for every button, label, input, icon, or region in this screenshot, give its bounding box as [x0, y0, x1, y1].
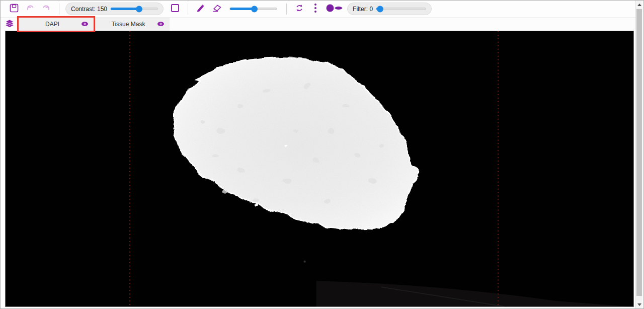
- contrast-slider-thumb[interactable]: [136, 6, 142, 12]
- rectangle-tool-icon: [170, 3, 180, 15]
- brush-size-slider[interactable]: [229, 8, 277, 10]
- scroll-up-icon: [637, 4, 641, 6]
- tab-tissue-mask-label: Tissue Mask: [100, 21, 157, 28]
- redo-icon: [41, 3, 51, 15]
- layers-icon: [5, 19, 15, 30]
- app-window: Contrast: 150: [0, 0, 644, 309]
- pencil-tool-icon: [196, 3, 206, 15]
- eye-visible-icon[interactable]: [81, 21, 89, 28]
- contrast-label: Contrast: 150: [71, 6, 107, 13]
- eraser-tool-button[interactable]: [210, 3, 223, 16]
- faint-tissue-edge: [316, 281, 629, 306]
- tab-dapi[interactable]: DAPI: [19, 18, 94, 31]
- filter-control: Filter: 0: [347, 3, 432, 15]
- layers-panel-button[interactable]: [1, 18, 19, 31]
- sync-icon: [294, 3, 304, 15]
- viewer-content: [1, 31, 635, 308]
- layer-tabbar: DAPI Tissue Mask: [1, 18, 635, 31]
- vertical-scrollbar: [635, 1, 642, 308]
- rectangle-tool-button[interactable]: [169, 3, 182, 16]
- save-icon: [9, 3, 19, 15]
- tab-dapi-label: DAPI: [24, 21, 81, 28]
- brush-size-slider-thumb[interactable]: [251, 6, 258, 12]
- undo-icon: [25, 3, 35, 15]
- scroll-down-icon: [637, 303, 641, 306]
- sync-button[interactable]: [293, 3, 306, 16]
- contrast-slider[interactable]: [110, 8, 158, 10]
- more-options-button[interactable]: [309, 3, 322, 16]
- image-canvas[interactable]: [5, 31, 634, 307]
- scroll-down-button[interactable]: [636, 300, 642, 308]
- toolbar-divider: [188, 4, 188, 15]
- tab-tissue-mask[interactable]: Tissue Mask: [95, 18, 170, 31]
- toolbar-divider: [59, 4, 59, 15]
- pencil-tool-button[interactable]: [194, 3, 207, 16]
- brush-button[interactable]: [325, 3, 344, 16]
- dust-speck: [303, 260, 305, 262]
- brush-icon: [326, 3, 344, 15]
- scrollbar-thumb[interactable]: [636, 9, 642, 296]
- main-column: Contrast: 150: [1, 1, 635, 308]
- filter-label: Filter: 0: [353, 6, 373, 13]
- scroll-up-button[interactable]: [636, 1, 642, 9]
- redo-button[interactable]: [40, 3, 53, 16]
- undo-button[interactable]: [24, 3, 37, 16]
- save-button[interactable]: [8, 3, 21, 16]
- filter-slider[interactable]: [376, 8, 426, 10]
- toolbar: Contrast: 150: [1, 1, 635, 18]
- kebab-menu-icon: [313, 3, 317, 15]
- scrollbar-track[interactable]: [636, 9, 642, 300]
- tissue-section-image: [6, 31, 633, 306]
- filter-slider-thumb[interactable]: [377, 6, 383, 12]
- contrast-control: Contrast: 150: [65, 3, 164, 15]
- eraser-tool-icon: [211, 3, 222, 15]
- toolbar-divider: [286, 4, 287, 15]
- eye-visible-icon[interactable]: [157, 21, 165, 28]
